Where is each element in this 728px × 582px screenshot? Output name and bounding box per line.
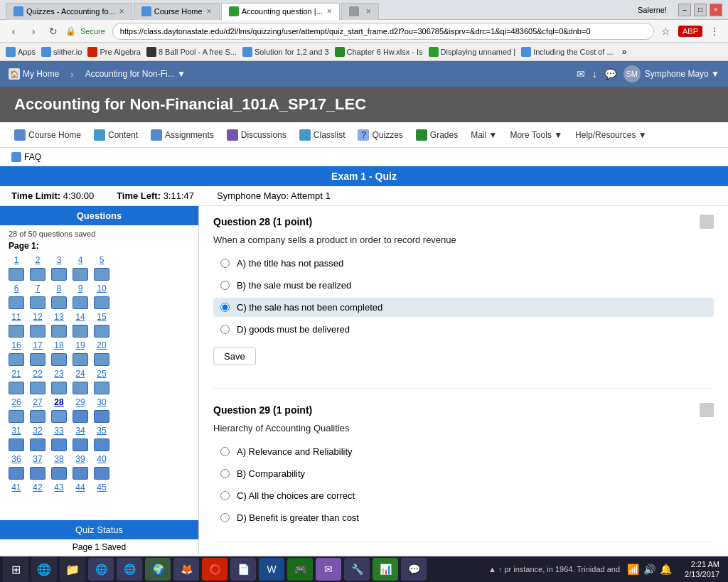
bookmark-prealgebra[interactable]: Pre Algebra [87,47,140,57]
q-icon-8[interactable] [51,296,67,309]
q-icon-1[interactable] [9,268,24,281]
q-icon-10[interactable] [94,296,109,309]
user-menu[interactable]: SM Symphone Mayo ▼ [623,65,719,82]
q-num-4[interactable]: 4 [73,255,88,265]
nav-mail[interactable]: Mail ▼ [465,122,503,148]
taskbar-app-9[interactable]: ✉ [316,558,341,581]
adblock-icon[interactable]: ABP [678,26,702,37]
nav-content[interactable]: Content [88,122,144,148]
q-num-45[interactable]: 45 [94,483,109,492]
q28-radio-a[interactable] [220,259,230,268]
bookmark-8ball[interactable]: 8 Ball Pool - A free S... [146,47,237,57]
q-icon-2[interactable] [30,268,46,281]
taskbar-app-3[interactable]: 🌍 [145,558,171,581]
q-icon-34[interactable] [73,438,88,451]
q-num-21[interactable]: 21 [9,369,24,379]
q-num-28[interactable]: 28 [51,397,67,407]
q-icon-19[interactable] [73,353,88,366]
q-num-44[interactable]: 44 [73,483,88,492]
q-icon-37[interactable] [30,467,46,480]
q-num-5[interactable]: 5 [94,255,109,265]
q-icon-3[interactable] [51,268,67,281]
bookmark-solution[interactable]: Solution for 1,2 and 3 [242,47,329,57]
taskbar-app-10[interactable]: 🔧 [344,558,370,581]
q-icon-32[interactable] [30,438,46,451]
q-num-16[interactable]: 16 [9,340,24,350]
refresh-button[interactable]: ↻ [46,23,61,39]
quiz-status-button[interactable]: Quiz Status [0,520,198,539]
q-num-40[interactable]: 40 [94,454,109,464]
taskbar-app-6[interactable]: 📄 [230,558,256,581]
q-icon-15[interactable] [94,325,109,338]
q29-option-b[interactable]: B) Comparability [213,464,714,483]
q-num-27[interactable]: 27 [30,397,46,407]
chat-icon-btn[interactable]: 💬 [604,68,616,80]
q-icon-22[interactable] [30,382,46,394]
taskbar-app-8[interactable]: 🎮 [287,558,313,581]
q-num-11[interactable]: 11 [9,312,24,322]
q-icon-25[interactable] [94,382,109,394]
update-icon-btn[interactable]: ↓ [592,68,597,80]
bookmarks-more[interactable]: » [622,47,627,57]
q29-radio-d[interactable] [220,513,230,522]
taskbar-app-7[interactable]: W [259,558,284,581]
q-icon-12[interactable] [30,325,46,338]
q28-radio-d[interactable] [220,325,230,334]
q-icon-11[interactable] [9,325,24,338]
q-num-6[interactable]: 6 [9,284,24,293]
q-num-8[interactable]: 8 [51,284,67,293]
q-num-43[interactable]: 43 [51,483,67,492]
q-num-30[interactable]: 30 [94,397,109,407]
q-icon-30[interactable] [94,410,109,423]
tab-close-3[interactable]: × [327,6,332,16]
q-icon-4[interactable] [73,268,88,281]
faq-link[interactable]: FAQ [11,152,41,162]
lms-home-link[interactable]: 🏠 My Home [9,68,59,80]
q-icon-28[interactable] [51,410,67,423]
forward-button[interactable]: › [26,23,41,39]
taskbar-app-11[interactable]: 📊 [373,558,398,581]
close-btn[interactable]: × [710,4,722,16]
q29-radio-c[interactable] [220,491,230,500]
q-icon-33[interactable] [51,438,67,451]
q-num-10[interactable]: 10 [94,284,109,293]
q-num-3[interactable]: 3 [51,255,67,265]
q-icon-21[interactable] [9,382,24,394]
q-icon-24[interactable] [73,382,88,394]
mail-icon-btn[interactable]: ✉ [577,68,585,80]
q-num-35[interactable]: 35 [94,426,109,436]
q28-option-d[interactable]: D) goods must be delivered [213,320,714,339]
q-icon-17[interactable] [30,353,46,366]
q-num-31[interactable]: 31 [9,426,24,436]
q-num-19[interactable]: 19 [73,340,88,350]
q-icon-20[interactable] [94,353,109,366]
q-num-18[interactable]: 18 [51,340,67,350]
q-icon-5[interactable] [94,268,109,281]
q-icon-35[interactable] [94,438,109,451]
q-num-23[interactable]: 23 [51,369,67,379]
q29-option-d[interactable]: D) Benefit is greater than cost [213,508,714,527]
q-icon-40[interactable] [94,467,109,480]
q-num-38[interactable]: 38 [51,454,67,464]
nav-help-resources[interactable]: Help/Resources ▼ [569,122,653,148]
tab-close-2[interactable]: × [207,6,212,16]
start-button[interactable]: ⊞ [3,556,28,582]
q29-option-a[interactable]: A) Relevance and Reliability [213,442,714,461]
tab-close-4[interactable]: × [366,6,371,16]
q-icon-14[interactable] [73,325,88,338]
q-icon-26[interactable] [9,410,24,423]
minimize-btn[interactable]: – [678,4,691,16]
q-num-7[interactable]: 7 [30,284,46,293]
nav-grades[interactable]: Grades [410,122,464,148]
q-num-13[interactable]: 13 [51,312,67,322]
q29-flag-icon[interactable] [700,403,714,417]
q-icon-36[interactable] [9,467,24,480]
q28-radio-c[interactable] [220,303,230,312]
star-button[interactable]: ☆ [658,23,674,39]
q-num-37[interactable]: 37 [30,454,46,464]
q-num-26[interactable]: 26 [9,397,24,407]
q28-option-b[interactable]: B) the sale must be realized [213,276,714,295]
taskbar-app-4[interactable]: 🦊 [173,558,199,581]
taskbar-app-2[interactable]: 🌐 [117,558,142,581]
notification-icon[interactable]: 🔔 [660,564,672,575]
